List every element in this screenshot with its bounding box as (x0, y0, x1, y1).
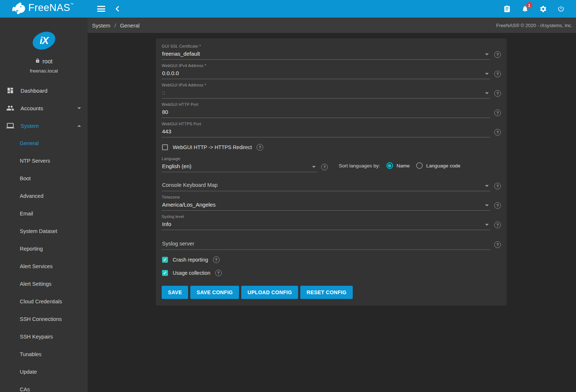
dropdown-arrow-icon[interactable] (485, 224, 489, 226)
breadcrumb-general[interactable]: General (120, 22, 139, 29)
dropdown-arrow-icon[interactable] (312, 166, 316, 168)
username: root (43, 58, 53, 65)
dropdown-arrow-icon[interactable] (485, 73, 489, 75)
sidebar-item-dashboard[interactable]: Dashboard (0, 82, 88, 99)
subnav-item-ntp-servers[interactable]: NTP Servers (0, 152, 88, 170)
sidebar-item-label: Accounts (21, 105, 43, 111)
webgui-ipv6-select[interactable]: WebGUI IPv6 Address * :: (162, 83, 490, 99)
menu-icon[interactable] (97, 5, 105, 13)
timezone-select[interactable]: Timezone America/Los_Angeles (162, 195, 490, 211)
gear-icon[interactable] (539, 5, 547, 13)
language-select[interactable]: Language English (en) (162, 156, 317, 172)
topbar-actions: 1 (503, 5, 576, 13)
radio-label: Language code (426, 163, 461, 169)
radio-name[interactable] (386, 162, 393, 169)
subnav-label: NTP Servers (20, 158, 50, 164)
field-label: Syslog level (162, 214, 490, 219)
subnav-item-email[interactable]: Email (0, 205, 88, 222)
subnav-item-boot[interactable]: Boot (0, 170, 88, 187)
webgui-ipv4-select[interactable]: WebGUI IPv4 Address * 0.0.0.0 (162, 63, 490, 79)
subnav-label: General (20, 140, 39, 146)
subnav-label: Boot (20, 175, 31, 181)
power-icon[interactable] (557, 5, 565, 13)
dropdown-arrow-icon[interactable] (485, 185, 489, 187)
help-icon[interactable]: ? (494, 51, 501, 58)
help-icon[interactable]: ? (494, 202, 501, 209)
help-icon[interactable]: ? (494, 71, 501, 77)
general-settings-card: GUI SSL Certificate * freenas_default ? … (156, 38, 507, 306)
field-value: 80 (162, 108, 490, 118)
console-keyboard-map-select[interactable]: Console Keyboard Map (162, 181, 490, 191)
help-icon[interactable]: ? (494, 241, 501, 248)
field-label: Language (162, 156, 317, 161)
subnav-item-reporting[interactable]: Reporting (0, 240, 88, 258)
sort-languages-label: Sort languages by: (339, 163, 380, 169)
breadcrumb-separator: / (114, 22, 116, 29)
people-icon (6, 104, 15, 112)
radio-language-code[interactable] (416, 162, 423, 169)
subnav-item-ssh-keypairs[interactable]: SSH Keypairs (0, 328, 88, 345)
language-row: Language English (en) ? Sort languages b… (162, 156, 501, 172)
subnav-item-tunables[interactable]: Tunables (0, 345, 88, 363)
gui-ssl-certificate-select[interactable]: GUI SSL Certificate * freenas_default (162, 44, 490, 60)
subnav-label: Alert Services (20, 263, 52, 269)
syslog-level-select[interactable]: Syslog level Info (162, 214, 490, 230)
webgui-http-port-input[interactable]: WebGUI HTTP Port 80 (162, 102, 490, 118)
reset-config-button[interactable]: RESET CONFIG (300, 286, 353, 299)
help-icon[interactable]: ? (213, 256, 220, 263)
subnav-item-cloud-credentials[interactable]: Cloud Credentials (0, 293, 88, 310)
subnav-item-general[interactable]: General (0, 134, 88, 152)
breadcrumb-system[interactable]: System (92, 22, 110, 29)
crash-reporting-checkbox[interactable]: ✓ (162, 257, 168, 263)
help-icon[interactable]: ? (494, 222, 501, 228)
save-config-button[interactable]: SAVE CONFIG (190, 286, 239, 299)
dropdown-arrow-icon[interactable] (485, 53, 489, 55)
webgui-https-port-input[interactable]: WebGUI HTTPS Port 443 (162, 122, 490, 137)
field-value: English (en) (162, 162, 317, 172)
field-value: Console Keyboard Map (162, 181, 490, 191)
syslog-server-input[interactable]: Syslog server (162, 240, 490, 250)
https-redirect-checkbox[interactable]: ✓ (162, 144, 168, 150)
freenas-logo[interactable]: FreeNAS ™ (0, 0, 88, 17)
subnav-label: Update (20, 369, 37, 375)
subnav-item-system-dataset[interactable]: System Dataset (0, 222, 88, 240)
upload-config-button[interactable]: UPLOAD CONFIG (241, 286, 298, 299)
help-icon[interactable]: ? (494, 129, 501, 136)
sidebar-item-accounts[interactable]: Accounts (0, 99, 88, 117)
subnav-item-update[interactable]: Update (0, 363, 88, 381)
laptop-icon (6, 121, 15, 130)
field-label: WebGUI HTTPS Port (162, 122, 490, 126)
notifications-bell-icon[interactable]: 1 (521, 5, 529, 13)
help-icon[interactable]: ? (494, 90, 501, 97)
sidebar-nav: Dashboard Accounts System General NTP Se… (0, 82, 88, 392)
field-label: WebGUI IPv6 Address * (162, 83, 490, 88)
help-icon[interactable]: ? (257, 144, 263, 151)
subnav-item-alert-services[interactable]: Alert Services (0, 258, 88, 275)
topbar: FreeNAS ™ 1 (0, 0, 576, 18)
radio-label: Name (397, 163, 410, 169)
sort-by-code-option[interactable]: Language code (416, 162, 461, 169)
dropdown-arrow-icon[interactable] (485, 204, 489, 206)
brand-text: FreeNAS (28, 0, 70, 15)
sort-by-name-option[interactable]: Name (386, 162, 410, 169)
https-redirect-row: ✓ WebGUI HTTP -> HTTPS Redirect ? (162, 144, 501, 151)
task-manager-icon[interactable] (503, 5, 511, 13)
sidebar-item-system[interactable]: System (0, 117, 88, 134)
save-button[interactable]: SAVE (162, 286, 188, 299)
subnav-label: Alert Settings (20, 281, 51, 287)
subnav-label: System Dataset (20, 228, 57, 234)
subnav-item-ssh-connections[interactable]: SSH Connections (0, 310, 88, 328)
field-value: freenas_default (162, 49, 490, 60)
help-icon[interactable]: ? (215, 270, 222, 276)
help-icon[interactable]: ? (494, 110, 501, 116)
field-value: 443 (162, 127, 490, 137)
subnav-item-cas[interactable]: CAs (0, 381, 88, 392)
dropdown-arrow-icon[interactable] (485, 92, 489, 94)
subnav-item-advanced[interactable]: Advanced (0, 187, 88, 205)
help-icon[interactable]: ? (494, 183, 501, 189)
chevron-left-icon[interactable] (115, 6, 120, 12)
subnav-item-alert-settings[interactable]: Alert Settings (0, 275, 88, 293)
content-area: GUI SSL Certificate * freenas_default ? … (88, 33, 576, 392)
help-icon[interactable]: ? (321, 164, 328, 170)
usage-collection-checkbox[interactable]: ✓ (162, 270, 168, 276)
